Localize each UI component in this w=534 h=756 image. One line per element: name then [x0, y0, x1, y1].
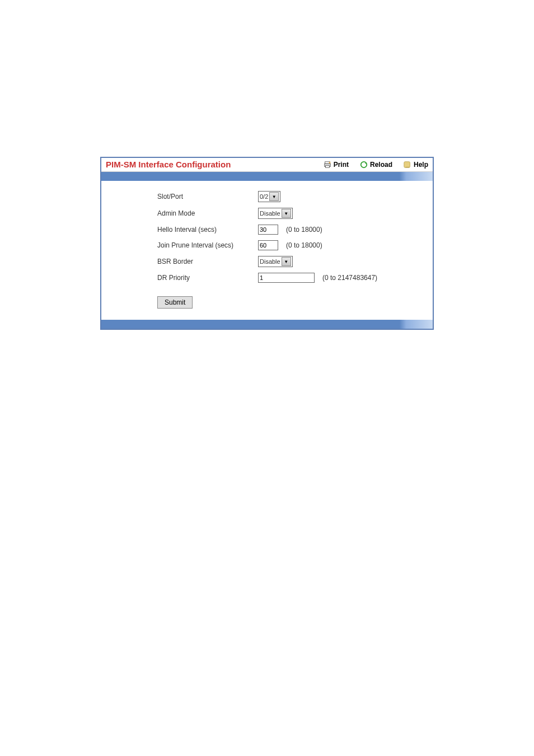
admin-mode-select[interactable]: Disable ▼ — [258, 208, 293, 219]
help-button[interactable]: Help — [404, 161, 428, 169]
reload-icon — [360, 161, 368, 169]
config-panel: PIM-SM Interface Configuration Print Rel… — [100, 157, 434, 330]
row-bsr-border: BSR Border Disable ▼ — [157, 256, 421, 267]
row-join-prune: Join Prune Interval (secs) (0 to 18000) — [157, 240, 421, 250]
help-icon — [404, 161, 411, 169]
help-label: Help — [414, 161, 428, 169]
chevron-down-icon: ▼ — [282, 257, 291, 266]
row-dr-priority: DR Priority (0 to 2147483647) — [157, 273, 421, 283]
svg-rect-2 — [325, 165, 329, 167]
panel-header: PIM-SM Interface Configuration Print Rel… — [101, 158, 433, 172]
dr-priority-input[interactable] — [258, 273, 315, 283]
svg-rect-3 — [329, 162, 330, 163]
bottom-blue-bar — [101, 320, 433, 329]
bsr-border-value: Disable — [260, 258, 280, 265]
hello-interval-input[interactable] — [258, 225, 278, 235]
join-prune-input[interactable] — [258, 240, 278, 250]
slot-port-select[interactable]: 0/2 ▼ — [258, 191, 280, 202]
hello-interval-hint: (0 to 18000) — [286, 226, 322, 234]
admin-mode-value: Disable — [260, 210, 280, 217]
reload-label: Reload — [370, 161, 392, 169]
reload-button[interactable]: Reload — [360, 161, 392, 169]
row-hello-interval: Hello Interval (secs) (0 to 18000) — [157, 225, 421, 235]
label-dr-priority: DR Priority — [157, 274, 258, 282]
join-prune-hint: (0 to 18000) — [286, 241, 322, 249]
slot-port-value: 0/2 — [260, 193, 268, 200]
bsr-border-select[interactable]: Disable ▼ — [258, 256, 293, 267]
top-blue-bar — [101, 172, 433, 181]
dr-priority-hint: (0 to 2147483647) — [322, 274, 377, 282]
label-admin-mode: Admin Mode — [157, 209, 258, 217]
submit-button[interactable]: Submit — [157, 296, 193, 309]
row-slot-port: Slot/Port 0/2 ▼ — [157, 191, 421, 202]
form-area: Slot/Port 0/2 ▼ Admin Mode Disable ▼ Hel… — [101, 181, 433, 320]
label-slot-port: Slot/Port — [157, 193, 258, 200]
print-button[interactable]: Print — [324, 161, 349, 169]
label-hello-interval: Hello Interval (secs) — [157, 226, 258, 234]
label-join-prune: Join Prune Interval (secs) — [157, 241, 258, 249]
row-admin-mode: Admin Mode Disable ▼ — [157, 208, 421, 219]
page-title: PIM-SM Interface Configuration — [106, 160, 324, 169]
header-actions: Print Reload Help — [324, 161, 428, 169]
chevron-down-icon: ▼ — [269, 192, 279, 201]
svg-point-4 — [361, 161, 367, 167]
label-bsr-border: BSR Border — [157, 258, 258, 265]
print-icon — [324, 161, 331, 169]
print-label: Print — [334, 161, 349, 169]
chevron-down-icon: ▼ — [282, 209, 291, 218]
